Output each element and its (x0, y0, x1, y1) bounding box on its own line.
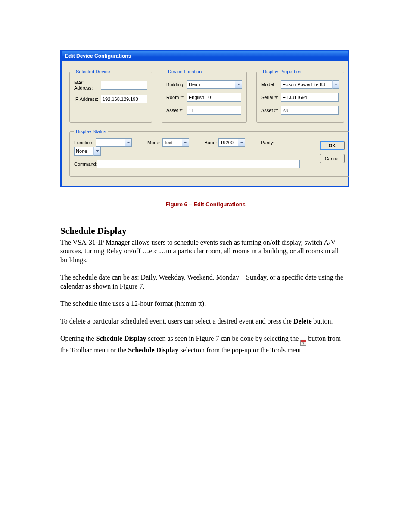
label-function: Function: (74, 140, 95, 145)
label-parity: Parity: (261, 140, 274, 145)
mode-select[interactable] (162, 138, 182, 147)
paragraph: Opening the Schedule Display screen as s… (60, 334, 351, 355)
model-dropdown-button[interactable] (332, 80, 339, 89)
building-select[interactable] (187, 80, 235, 89)
label-room-number: Room #: (166, 95, 187, 100)
legend-display-properties: Display Properties (261, 69, 303, 74)
props-asset-input[interactable] (281, 106, 339, 115)
command-input[interactable] (97, 160, 300, 168)
baud-dropdown-button[interactable] (238, 138, 245, 147)
chevron-down-icon (334, 84, 338, 85)
calendar-icon: 7 (300, 340, 306, 346)
baud-select[interactable] (218, 138, 238, 147)
label-model: Model: (261, 82, 281, 87)
label-props-asset: Asset #: (261, 108, 281, 113)
cancel-button[interactable]: Cancel (320, 154, 345, 163)
label-baud: Baud: (205, 140, 217, 145)
paragraph: The schedule time uses a 12-hour format … (60, 299, 351, 308)
mode-dropdown-button[interactable] (182, 138, 189, 147)
parity-dropdown-button[interactable] (93, 147, 101, 156)
text-span: selection from the pop-up or the Tools m… (178, 346, 304, 354)
edit-device-config-dialog: Edit Device Configurations Selected Devi… (60, 50, 349, 187)
label-mac-address: MAC Address: (74, 80, 101, 90)
paragraph: To delete a particular scheduled event, … (60, 317, 351, 326)
text-bold: Delete (293, 317, 312, 325)
chevron-down-icon (184, 142, 187, 143)
group-device-location: Device Location Building: Room #: Asset (162, 69, 247, 123)
group-display-properties: Display Properties Model: Serial #: Asse (256, 69, 344, 123)
legend-device-location: Device Location (166, 69, 203, 74)
text-span: screen as seen in Figure 7 can be done b… (146, 335, 301, 342)
label-command: Command: (74, 162, 97, 167)
ok-button[interactable]: OK (320, 141, 345, 150)
group-display-status: Display Status Function: Mode: (69, 129, 349, 177)
text-bold: Schedule Display (96, 335, 146, 342)
paragraph: The VSA-31-IP Manager allows users to sc… (60, 238, 351, 264)
chevron-down-icon (127, 142, 130, 143)
serial-input[interactable] (281, 93, 339, 102)
dialog-titlebar[interactable]: Edit Device Configurations (62, 51, 348, 61)
room-number-input[interactable] (187, 93, 241, 102)
parity-select[interactable] (74, 147, 93, 156)
label-ip-address: IP Address: (74, 96, 101, 102)
legend-selected-device: Selected Device (74, 69, 112, 74)
group-selected-device: Selected Device MAC Address: IP Address: (69, 69, 152, 123)
chevron-down-icon (96, 150, 99, 152)
paragraph: The schedule date can be as: Daily, Week… (60, 273, 351, 291)
label-serial: Serial #: (261, 95, 281, 100)
mac-address-input[interactable] (101, 81, 147, 90)
text-span: To delete a particular scheduled event, … (60, 317, 293, 325)
label-mode: Mode: (147, 140, 161, 145)
section-heading-schedule-display: Schedule Display (60, 226, 351, 236)
chevron-down-icon (240, 142, 243, 143)
text-span: Opening the (60, 335, 96, 342)
label-building: Building: (166, 82, 187, 87)
text-bold: Schedule Display (128, 346, 178, 354)
text-span: button. (312, 317, 333, 325)
location-asset-input[interactable] (187, 106, 241, 115)
function-dropdown-button[interactable] (125, 138, 132, 147)
building-dropdown-button[interactable] (235, 80, 242, 89)
model-select[interactable] (281, 80, 332, 89)
figure-caption: Figure 6 – Edit Configurations (60, 201, 351, 208)
function-select[interactable] (96, 138, 125, 147)
ip-address-input[interactable] (101, 95, 147, 103)
chevron-down-icon (237, 84, 240, 85)
legend-display-status: Display Status (74, 129, 108, 134)
label-location-asset: Asset #: (166, 108, 187, 113)
